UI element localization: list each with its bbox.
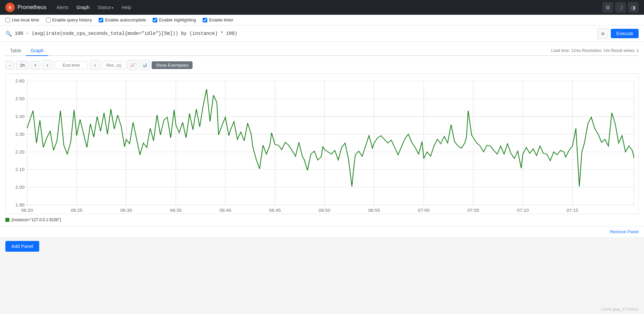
svg-point-0 <box>7 4 13 10</box>
legend-color-swatch <box>5 218 9 222</box>
svg-text:07:05: 07:05 <box>468 208 479 213</box>
zoom-out-button[interactable]: - <box>5 61 14 69</box>
navbar-right: ⚙ ☽ ◑ <box>602 2 639 13</box>
search-icon: 🔍 <box>5 30 12 37</box>
svg-rect-1 <box>9 6 10 9</box>
enable-highlighting-label[interactable]: Enable highlighting <box>153 17 196 22</box>
use-local-time-text: Use local time <box>12 17 39 22</box>
svg-text:06:35: 06:35 <box>170 208 182 213</box>
options-bar: Use local time Enable query history Enab… <box>0 15 644 25</box>
svg-text:06:40: 06:40 <box>219 208 231 213</box>
svg-text:07:00: 07:00 <box>418 208 430 213</box>
end-time-input[interactable] <box>54 61 88 69</box>
chart-line <box>27 89 634 186</box>
svg-text:06:25: 06:25 <box>71 208 83 213</box>
query-bar: 🔍 ⊕ Execute <box>0 25 644 42</box>
svg-text:2.60: 2.60 <box>15 79 24 83</box>
nav-item-status[interactable]: Status <box>94 5 117 10</box>
svg-text:06:45: 06:45 <box>269 208 281 213</box>
nav-item-help[interactable]: Help <box>118 5 135 10</box>
chart-legend: {instance="127.0.0.1:9100"} <box>5 217 639 222</box>
svg-text:2.20: 2.20 <box>15 150 24 154</box>
next-time-button[interactable]: › <box>90 60 100 70</box>
svg-text:2.10: 2.10 <box>15 167 24 172</box>
prometheus-logo <box>5 3 15 12</box>
theme-icon-button[interactable]: ☽ <box>615 2 626 13</box>
content-area: Table Graph Load time: 12ms Resolution: … <box>0 42 644 226</box>
enable-autocomplete-text: Enable autocomplete <box>105 17 146 22</box>
brand: Prometheus <box>5 3 46 12</box>
nav-item-graph[interactable]: Graph <box>73 5 93 10</box>
resolution-input[interactable] <box>102 61 125 69</box>
nav-item-alerts[interactable]: Alerts <box>53 5 72 10</box>
enable-linter-label[interactable]: Enable linter <box>203 17 233 22</box>
prev-time-button[interactable]: ‹ <box>42 60 52 70</box>
use-local-time-checkbox[interactable] <box>5 18 10 22</box>
remove-panel-bar: Remove Panel <box>0 226 644 237</box>
line-chart-icon-button[interactable]: 📈 <box>127 60 138 70</box>
enable-autocomplete-checkbox[interactable] <box>99 18 103 22</box>
graph-toolbar: - 1h + ‹ › 📈 📊 Show Exemplars <box>5 60 639 70</box>
brand-name: Prometheus <box>17 4 46 10</box>
enable-linter-checkbox[interactable] <box>203 18 207 22</box>
tab-graph[interactable]: Graph <box>26 46 48 56</box>
svg-text:06:55: 06:55 <box>368 208 380 213</box>
contrast-icon-button[interactable]: ◑ <box>628 2 639 13</box>
enable-linter-text: Enable linter <box>209 17 233 22</box>
enable-highlighting-text: Enable highlighting <box>159 17 196 22</box>
svg-text:1.90: 1.90 <box>15 203 24 207</box>
svg-text:2.30: 2.30 <box>15 132 24 137</box>
show-exemplars-button[interactable]: Show Exemplars <box>152 61 193 69</box>
svg-text:07:15: 07:15 <box>567 208 578 213</box>
svg-text:06:50: 06:50 <box>319 208 330 213</box>
enable-query-history-text: Enable query history <box>52 17 92 22</box>
svg-text:06:30: 06:30 <box>120 208 132 213</box>
execute-button[interactable]: Execute <box>611 29 639 38</box>
enable-highlighting-checkbox[interactable] <box>153 18 157 22</box>
navbar: Prometheus Alerts Graph Status Help ⚙ ☽ … <box>0 0 644 15</box>
svg-text:07:10: 07:10 <box>517 208 529 213</box>
duration-button[interactable]: 1h <box>16 61 28 69</box>
tab-meta: Load time: 12ms Resolution: 14s Result s… <box>551 48 639 53</box>
tab-table[interactable]: Table <box>5 46 26 56</box>
legend-label: {instance="127.0.0.1:9100"} <box>11 217 61 222</box>
add-panel-bar: Add Panel <box>0 237 644 256</box>
enable-query-history-checkbox[interactable] <box>46 18 51 22</box>
remove-panel-link[interactable]: Remove Panel <box>610 229 639 234</box>
chart-container: 2.60 2.50 2.40 2.30 2.20 2.10 2.00 1.90 … <box>5 73 639 214</box>
tabs: Table Graph Load time: 12ms Resolution: … <box>5 46 639 56</box>
settings-icon-button[interactable]: ⚙ <box>602 2 613 13</box>
nav-list: Alerts Graph Status Help <box>53 5 135 10</box>
add-panel-button[interactable]: Add Panel <box>5 241 39 252</box>
stacked-chart-icon-button[interactable]: 📊 <box>140 60 150 70</box>
use-local-time-label[interactable]: Use local time <box>5 17 39 22</box>
svg-text:2.40: 2.40 <box>15 114 24 119</box>
add-query-icon[interactable]: ⊕ <box>597 28 608 39</box>
chart-svg: 2.60 2.50 2.40 2.30 2.20 2.10 2.00 1.90 … <box>6 74 638 214</box>
svg-text:2.50: 2.50 <box>15 97 24 101</box>
svg-rect-2 <box>10 6 11 9</box>
query-input[interactable] <box>15 31 595 36</box>
zoom-in-button[interactable]: + <box>31 61 41 69</box>
svg-text:2.00: 2.00 <box>15 185 24 190</box>
tab-list: Table Graph <box>5 46 48 55</box>
enable-query-history-label[interactable]: Enable query history <box>46 17 92 22</box>
enable-autocomplete-label[interactable]: Enable autocomplete <box>99 17 146 22</box>
svg-text:06:20: 06:20 <box>21 208 33 213</box>
